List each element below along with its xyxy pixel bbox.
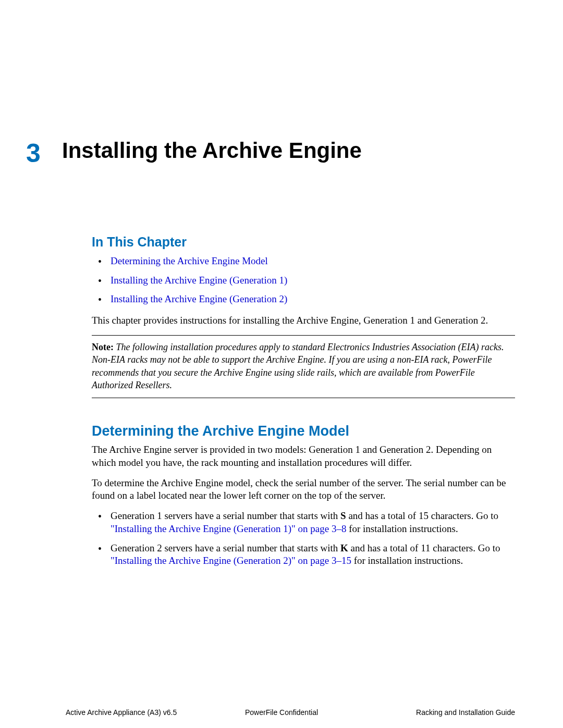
chapter-number: 3	[26, 138, 41, 168]
serial-number-list: Generation 1 servers have a serial numbe…	[92, 510, 515, 567]
note-body: The following installation procedures ap…	[92, 342, 504, 390]
list-item-gen1: Generation 1 servers have a serial numbe…	[111, 510, 515, 535]
list-item: Installing the Archive Engine (Generatio…	[111, 292, 515, 307]
text-fragment: and has a total of 15 characters. Go to	[346, 510, 498, 521]
list-item: Determining the Archive Engine Model	[111, 254, 515, 269]
footer-right: Racking and Installation Guide	[416, 708, 515, 717]
link-installing-gen1[interactable]: Installing the Archive Engine (Generatio…	[111, 275, 287, 286]
text-fragment: for installation instructions.	[346, 523, 458, 534]
note-text: Note: The following installation procedu…	[92, 341, 515, 391]
link-determining-model[interactable]: Determining the Archive Engine Model	[111, 255, 268, 266]
heading-in-this-chapter: In This Chapter	[92, 235, 515, 250]
intro-paragraph: This chapter provides instructions for i…	[92, 314, 515, 327]
bold-letter-k: K	[340, 542, 348, 553]
link-gen1-page[interactable]: "Installing the Archive Engine (Generati…	[111, 523, 346, 534]
determining-p2: To determine the Archive Engine model, c…	[92, 477, 515, 502]
heading-determining-model: Determining the Archive Engine Model	[92, 423, 515, 439]
text-fragment: Generation 2 servers have a serial numbe…	[111, 542, 340, 553]
determining-p1: The Archive Engine server is provided in…	[92, 443, 515, 469]
list-item-gen2: Generation 2 servers have a serial numbe…	[111, 542, 515, 567]
note-label: Note:	[92, 342, 114, 352]
link-installing-gen2[interactable]: Installing the Archive Engine (Generatio…	[111, 293, 287, 304]
note-block: Note: The following installation procedu…	[92, 335, 515, 398]
chapter-title: Installing the Archive Engine	[62, 138, 362, 163]
text-fragment: for installation instructions.	[351, 555, 463, 566]
text-fragment: and has a total of 11 characters. Go to	[348, 542, 500, 553]
bold-letter-s: S	[340, 510, 346, 521]
list-item: Installing the Archive Engine (Generatio…	[111, 273, 515, 288]
text-fragment: Generation 1 servers have a serial numbe…	[111, 510, 340, 521]
chapter-link-list: Determining the Archive Engine Model Ins…	[92, 254, 515, 307]
link-gen2-page[interactable]: "Installing the Archive Engine (Generati…	[111, 555, 351, 566]
